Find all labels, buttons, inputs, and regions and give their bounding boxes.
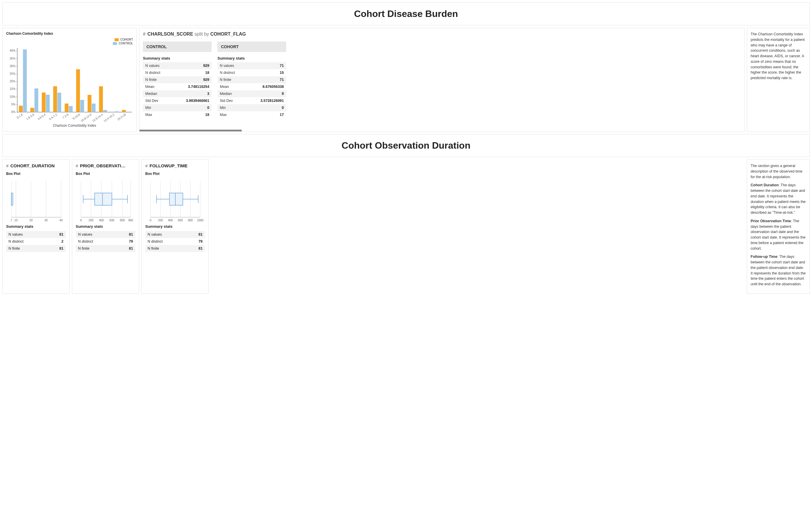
- legend-item-control: CONTROL: [113, 42, 133, 45]
- stats-columns: CONTROL Summary stats N values929N disti…: [143, 42, 741, 118]
- svg-text:14.4-16.2: 14.4-16.2: [103, 113, 115, 122]
- split-text: split by: [194, 32, 209, 36]
- svg-text:8: 8: [80, 219, 82, 222]
- table-row: N values81: [76, 231, 135, 238]
- boxplot-container: # COHORT_DURATIONBox Plot710203040Summar…: [2, 160, 372, 294]
- hash-icon: #: [143, 32, 146, 36]
- table-row: N finite929: [143, 76, 212, 83]
- svg-rect-65: [11, 193, 13, 205]
- group-name: COHORT: [217, 42, 286, 52]
- table-row: N values81: [145, 231, 205, 238]
- boxplot-subtitle: Box Plot: [76, 172, 135, 176]
- svg-text:9-10.8: 9-10.8: [72, 113, 81, 120]
- duration-cohort-desc: Cohort Duration: The days between the co…: [751, 182, 806, 215]
- table-row: N distinct79: [76, 238, 135, 245]
- svg-text:1.8-3.6: 1.8-3.6: [26, 113, 35, 121]
- svg-text:25%: 25%: [10, 72, 15, 75]
- table-row: Median9: [217, 90, 286, 97]
- svg-text:5.4-7.2: 5.4-7.2: [48, 113, 58, 121]
- section-title: Cohort Observation Duration: [9, 140, 803, 151]
- duration-desc-card: The section gives a general description …: [747, 160, 810, 294]
- svg-text:3.6-5.4: 3.6-5.4: [37, 113, 46, 121]
- legend-item-cohort: COHORT: [115, 38, 133, 41]
- svg-text:400: 400: [99, 219, 104, 222]
- horizontal-scrollbar[interactable]: [140, 130, 242, 131]
- boxplot-svg: 8200400600800960: [76, 178, 134, 224]
- table-row: Std Dev3.9839466661: [143, 97, 212, 104]
- by-var: COHORT_FLAG: [211, 32, 246, 36]
- boxplot-title: # COHORT_DURATION: [6, 163, 66, 168]
- summary-label: Summary stats: [217, 56, 286, 60]
- svg-text:20%: 20%: [10, 80, 15, 83]
- svg-text:40%: 40%: [10, 49, 15, 52]
- section-title: Cohort Disease Burden: [9, 9, 803, 19]
- table-row: N finite81: [6, 245, 66, 252]
- boxplot-title: # PRIOR_OBSERVATI…: [76, 163, 135, 168]
- table-row: Median3: [143, 90, 212, 97]
- table-row: Max17: [217, 111, 286, 118]
- svg-rect-29: [53, 86, 57, 112]
- chart-legend: COHORT CONTROL: [6, 38, 133, 45]
- svg-text:800: 800: [188, 219, 193, 222]
- legend-swatch-control: [113, 42, 117, 45]
- table-row: Mean3.748116254: [143, 83, 212, 90]
- boxplot-subtitle: Box Plot: [6, 172, 66, 176]
- duration-followup-desc: Follow-up Time: The days between the coh…: [751, 254, 806, 287]
- table-row: Min0: [217, 104, 286, 111]
- svg-rect-32: [64, 104, 68, 112]
- svg-text:Charlson Comorbidity Index: Charlson Comorbidity Index: [53, 123, 96, 127]
- summary-label: Summary stats: [145, 224, 205, 229]
- svg-rect-36: [81, 100, 84, 112]
- svg-text:600: 600: [178, 219, 183, 222]
- svg-text:35%: 35%: [10, 57, 15, 60]
- box-stats-table: N values81N distinct2N finite81: [6, 231, 66, 252]
- svg-rect-35: [76, 69, 80, 112]
- svg-text:10: 10: [14, 219, 18, 222]
- svg-text:1000: 1000: [197, 219, 204, 222]
- table-row: Max18: [143, 111, 212, 118]
- disease-burden-row: Charlson Comorbidity Index COHORT CONTRO…: [2, 28, 810, 132]
- svg-text:10%: 10%: [10, 95, 15, 99]
- svg-text:40: 40: [59, 219, 63, 222]
- stats-col-cohort: COHORT Summary stats N values71N distinc…: [217, 42, 286, 118]
- svg-text:0-1.8: 0-1.8: [16, 113, 24, 119]
- charlson-desc-card: The Charlson Comorbidity Index predicts …: [747, 28, 810, 132]
- svg-text:12.6-14.4: 12.6-14.4: [91, 113, 103, 122]
- svg-rect-41: [99, 86, 103, 112]
- table-row: N distinct18: [143, 69, 212, 76]
- svg-rect-27: [46, 95, 50, 112]
- boxplot-title: # FOLLOWUP_TIME: [145, 163, 205, 168]
- control-stats-table: N values929N distinct18N finite929Mean3.…: [143, 62, 212, 118]
- section-header-observation-duration: Cohort Observation Duration: [2, 134, 810, 157]
- summary-label: Summary stats: [143, 56, 212, 60]
- boxplot-card: # COHORT_DURATIONBox Plot710203040Summar…: [2, 160, 70, 294]
- svg-rect-38: [88, 95, 91, 112]
- legend-label: CONTROL: [119, 42, 133, 45]
- table-row: N values81: [6, 231, 66, 238]
- svg-rect-47: [122, 110, 126, 112]
- table-row: N distinct15: [217, 69, 286, 76]
- section-header-disease-burden: Cohort Disease Burden: [2, 2, 810, 26]
- svg-rect-26: [42, 93, 46, 112]
- svg-rect-101: [170, 193, 183, 205]
- svg-text:7.2-9: 7.2-9: [62, 113, 69, 119]
- svg-rect-42: [103, 110, 107, 112]
- spacer: [375, 160, 745, 294]
- table-row: N values71: [217, 62, 286, 69]
- boxplot-card: # PRIOR_OBSERVATI…Box Plot82004006008009…: [72, 160, 139, 294]
- svg-text:800: 800: [120, 219, 125, 222]
- svg-rect-33: [69, 106, 72, 112]
- svg-text:600: 600: [109, 219, 114, 222]
- charlson-stats-card: # CHARLSON_SCORE split by COHORT_FLAG CO…: [139, 28, 744, 132]
- svg-rect-45: [115, 111, 118, 112]
- svg-rect-21: [23, 49, 27, 112]
- svg-text:0: 0: [150, 219, 151, 222]
- charlson-chart-card: Charlson Comorbidity Index COHORT CONTRO…: [2, 28, 137, 132]
- table-row: Min0: [143, 104, 212, 111]
- summary-label: Summary stats: [76, 224, 135, 229]
- table-row: Std Dev3.5728126091: [217, 97, 286, 104]
- svg-text:15%: 15%: [10, 87, 15, 91]
- cohort-stats-table: N values71N distinct15N finite71Mean8.67…: [217, 62, 286, 118]
- table-row: N distinct2: [6, 238, 66, 245]
- table-row: N finite81: [145, 245, 205, 252]
